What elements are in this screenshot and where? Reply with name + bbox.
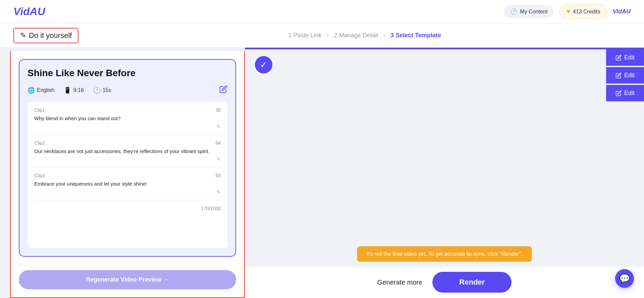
bottom-bar: It's not the final video yet, To get acc…: [245, 266, 644, 298]
clip2-header: Clip2 84: [34, 140, 221, 146]
mobile-icon: 📱: [64, 87, 71, 94]
header-right: 🕐 My Content ♥ 413 Credits VidAU: [504, 4, 631, 19]
step1-label: 1 Paste Link: [288, 32, 321, 39]
step-arrow-1: ›: [327, 33, 328, 39]
globe-icon: 🌐: [28, 87, 35, 94]
edit-button-3-label: Edit: [624, 90, 635, 97]
steps-nav: 1 Paste Link › 2 Manage Detail › 3 Selec…: [288, 32, 441, 39]
clip2-edit-icon[interactable]: ✎: [34, 156, 221, 162]
step3-label: 3 Select Template: [390, 32, 441, 39]
clip3-text: Embrace your uniqueness and let your sty…: [34, 180, 221, 188]
check-icon: ✓: [260, 60, 267, 70]
clip3-header: Clip3 50: [34, 173, 221, 178]
edit-button-3[interactable]: Edit: [606, 85, 644, 101]
clip3-count: 50: [215, 173, 221, 178]
content-card: Shine Like Never Before 🌐 English 📱 9:16…: [19, 59, 236, 257]
header: VidAU 🕐 My Content ♥ 413 Credits VidAU: [0, 0, 644, 23]
clip2-name: Clip2: [34, 140, 45, 146]
clip-item-1: Clip1 36 Why blend in when you can stand…: [34, 107, 221, 135]
main-layout: Shine Like Never Before 🌐 English 📱 9:16…: [0, 48, 644, 298]
card-title: Shine Like Never Before: [28, 68, 227, 79]
clip3-name: Clip3: [34, 173, 45, 178]
chat-icon: 💬: [619, 274, 630, 284]
generate-more-button[interactable]: Generate more: [377, 279, 423, 286]
card-edit-icon[interactable]: [219, 85, 227, 95]
duration-meta: 🕐 15s: [93, 87, 111, 94]
chat-bubble-button[interactable]: 💬: [615, 269, 634, 288]
clip-item-3: Clip3 50 Embrace your uniqueness and let…: [34, 173, 221, 200]
clip1-edit-icon[interactable]: ✎: [34, 124, 221, 129]
clock-icon: 🕐: [93, 87, 101, 94]
clock-icon: 🕐: [511, 8, 517, 15]
right-content: ✓ Edit Edit Edit: [245, 49, 644, 266]
user-button[interactable]: VidAU: [613, 8, 631, 15]
my-content-button[interactable]: 🕐 My Content: [504, 5, 554, 18]
clip1-name: Clip1: [34, 107, 45, 113]
right-panel: ✓ Edit Edit Edit It's not the final vide: [245, 48, 644, 298]
do-it-yourself-tab[interactable]: ✎ Do it yourself: [13, 28, 78, 43]
edit-button-2-label: Edit: [624, 72, 635, 79]
edit-button-1-label: Edit: [624, 54, 635, 61]
clips-container: Clip1 36 Why blend in when you can stand…: [28, 102, 227, 248]
sub-header: ✎ Do it yourself 1 Paste Link › 2 Manage…: [0, 23, 644, 48]
aspect-ratio-meta: 📱 9:16: [64, 87, 84, 94]
regenerate-video-preview-button[interactable]: Regenerate Video Preview →: [19, 270, 236, 289]
left-panel: Shine Like Never Before 🌐 English 📱 9:16…: [10, 51, 245, 298]
char-count: 170/1000: [34, 206, 221, 211]
render-button[interactable]: Render: [432, 272, 512, 293]
checkmark-circle: ✓: [255, 56, 272, 73]
edit-buttons: Edit Edit Edit: [606, 49, 644, 101]
language-meta: 🌐 English: [28, 87, 54, 94]
credits-button[interactable]: ♥ 413 Credits: [559, 4, 607, 19]
clip1-header: Clip1 36: [34, 107, 221, 113]
step2-label: 2 Manage Detail: [334, 32, 378, 39]
clip1-count: 36: [215, 107, 221, 113]
clip-item-2: Clip2 84 Our necklaces are not just acce…: [34, 140, 221, 168]
clip3-edit-icon[interactable]: ✎: [34, 189, 221, 195]
edit-button-1[interactable]: Edit: [606, 49, 644, 66]
edit-tab-icon: ✎: [20, 31, 26, 40]
clip2-count: 84: [215, 140, 221, 146]
card-meta: 🌐 English 📱 9:16 🕐 15s: [28, 85, 227, 95]
step-arrow-2: ›: [383, 33, 385, 39]
edit-button-2[interactable]: Edit: [606, 67, 644, 84]
clip2-text: Our necklaces are not just accessories; …: [34, 148, 221, 155]
logo: VidAU: [13, 5, 45, 18]
clip1-text: Why blend in when you can stand out?: [34, 115, 221, 122]
notification-banner: It's not the final video yet, To get acc…: [357, 246, 532, 262]
heart-icon: ♥: [567, 8, 570, 15]
